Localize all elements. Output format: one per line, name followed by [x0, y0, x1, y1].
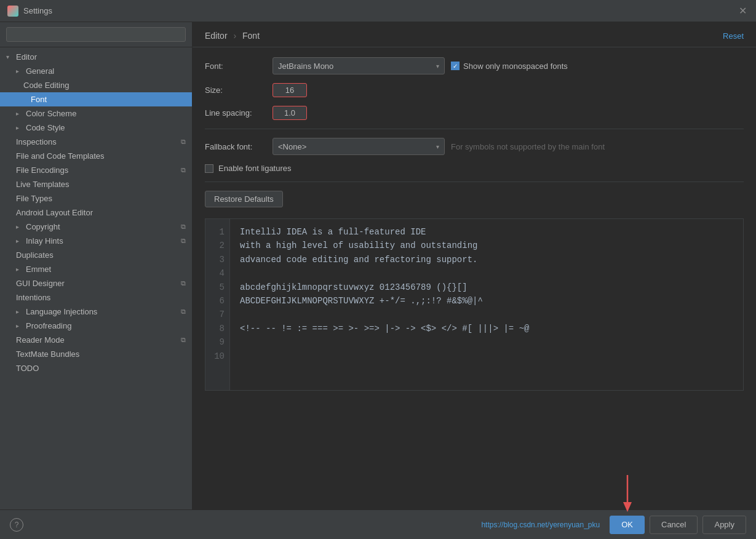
- restore-defaults-button[interactable]: Restore Defaults: [205, 191, 283, 207]
- sidebar-item-editor[interactable]: ▾ Editor: [0, 50, 192, 64]
- sidebar-item-code-style[interactable]: ▸ Code Style: [0, 121, 192, 135]
- size-input[interactable]: 16: [273, 83, 307, 97]
- line-number: 5: [210, 281, 225, 294]
- fallback-font-controls: <None> ▾ For symbols not supported by th…: [273, 138, 605, 155]
- sidebar: ▾ Editor ▸ General Code Editing Font ▸ C…: [0, 22, 193, 509]
- title-bar: Settings ✕: [0, 0, 756, 22]
- sidebar-item-label: GUI Designer: [16, 279, 65, 288]
- sidebar-item-label: Proofreading: [26, 321, 71, 330]
- sidebar-item-font[interactable]: Font: [0, 92, 192, 106]
- sidebar-item-label: Android Layout Editor: [16, 208, 93, 217]
- ok-button[interactable]: OK: [610, 516, 645, 534]
- font-dropdown[interactable]: JetBrains Mono ▾: [273, 57, 445, 74]
- divider: [205, 129, 744, 129]
- preview-code: IntelliJ IDEA is a full-featured IDE wit…: [230, 219, 743, 390]
- line-number: 4: [210, 266, 225, 280]
- line-spacing-label: Line spacing:: [205, 108, 273, 118]
- fallback-font-label: Fallback font:: [205, 142, 273, 151]
- sidebar-item-label: Intentions: [16, 293, 50, 302]
- size-label: Size:: [205, 86, 273, 95]
- url-hint: https://blog.csdn.net/yerenyuan_pku: [481, 521, 600, 529]
- sidebar-item-proofreading[interactable]: ▸ Proofreading: [0, 319, 192, 333]
- fallback-font-dropdown[interactable]: <None> ▾: [273, 138, 445, 155]
- copy-icon: ⧉: [181, 336, 186, 344]
- sidebar-item-intentions[interactable]: Intentions: [0, 290, 192, 305]
- sidebar-item-label: Inlay Hints: [26, 236, 63, 246]
- monospaced-checkbox-group: Show only monospaced fonts: [451, 62, 568, 71]
- sidebar-item-reader-mode[interactable]: Reader Mode ⧉: [0, 333, 192, 347]
- cancel-button[interactable]: Cancel: [650, 516, 698, 534]
- line-number: 7: [210, 308, 225, 321]
- sidebar-item-duplicates[interactable]: Duplicates: [0, 248, 192, 262]
- chevron-down-icon: ▾: [436, 63, 439, 70]
- window-title: Settings: [23, 6, 52, 15]
- sidebar-item-label: Reader Mode: [16, 335, 65, 345]
- sidebar-item-emmet[interactable]: ▸ Emmet: [0, 262, 192, 276]
- arrow-icon: ▸: [16, 110, 23, 117]
- monospaced-label: Show only monospaced fonts: [463, 62, 568, 71]
- copy-icon: ⧉: [181, 308, 186, 316]
- arrow-icon: ▸: [16, 322, 23, 329]
- content-header: Editor › Font Reset: [193, 22, 756, 47]
- search-input[interactable]: [6, 27, 186, 42]
- monospaced-checkbox[interactable]: [451, 62, 460, 70]
- sidebar-item-label: Color Scheme: [26, 109, 76, 118]
- sidebar-item-label: Language Injections: [26, 307, 97, 316]
- svg-marker-1: [623, 502, 632, 512]
- ok-button-container: OK: [610, 516, 645, 534]
- close-button[interactable]: ✕: [736, 5, 749, 17]
- sidebar-item-todo[interactable]: TODO: [0, 361, 192, 375]
- copy-icon: ⧉: [181, 237, 186, 245]
- fallback-font-value: <None>: [278, 142, 306, 151]
- help-button[interactable]: ?: [10, 518, 23, 532]
- ligatures-checkbox[interactable]: [205, 164, 213, 173]
- sidebar-tree: ▾ Editor ▸ General Code Editing Font ▸ C…: [0, 47, 192, 509]
- chevron-down-icon: ▾: [436, 143, 439, 150]
- sidebar-item-label: TextMate Bundles: [16, 349, 79, 359]
- content-body: Font: JetBrains Mono ▾ Show only monospa…: [193, 47, 756, 509]
- line-number: 8: [210, 322, 225, 335]
- sidebar-item-general[interactable]: ▸ General: [0, 64, 192, 78]
- sidebar-item-label: File and Code Templates: [16, 151, 105, 161]
- sidebar-item-code-editing[interactable]: Code Editing: [0, 78, 192, 92]
- main-layout: ▾ Editor ▸ General Code Editing Font ▸ C…: [0, 22, 756, 509]
- line-number: 10: [210, 349, 225, 363]
- sidebar-item-label: General: [26, 66, 54, 76]
- sidebar-item-live-templates[interactable]: Live Templates: [0, 177, 192, 191]
- line-number: 6: [210, 294, 225, 308]
- sidebar-item-color-scheme[interactable]: ▸ Color Scheme: [0, 106, 192, 121]
- sidebar-search-container: [0, 22, 192, 47]
- arrow-icon: ▸: [16, 124, 23, 131]
- sidebar-item-android-layout-editor[interactable]: Android Layout Editor: [0, 206, 192, 220]
- apply-button[interactable]: Apply: [702, 516, 746, 534]
- arrow-icon: ▸: [16, 308, 23, 315]
- breadcrumb-current: Font: [242, 31, 260, 41]
- sidebar-item-label: Editor: [16, 52, 37, 62]
- font-dropdown-value: JetBrains Mono: [278, 62, 333, 71]
- reset-button[interactable]: Reset: [723, 31, 744, 41]
- sidebar-item-textmate-bundles[interactable]: TextMate Bundles: [0, 347, 192, 361]
- sidebar-item-label: Code Editing: [23, 81, 69, 90]
- copy-icon: ⧉: [181, 223, 186, 231]
- sidebar-item-file-encodings[interactable]: File Encodings ⧉: [0, 163, 192, 177]
- sidebar-item-inspections[interactable]: Inspections ⧉: [0, 135, 192, 149]
- bottom-bar: ? https://blog.csdn.net/yerenyuan_pku OK…: [0, 509, 756, 539]
- red-arrow-annotation: [620, 475, 635, 512]
- arrow-icon: ▸: [16, 223, 23, 230]
- breadcrumb-parent: Editor: [205, 31, 228, 41]
- sidebar-item-file-code-templates[interactable]: File and Code Templates: [0, 149, 192, 163]
- sidebar-item-label: Duplicates: [16, 250, 54, 260]
- sidebar-item-copyright[interactable]: ▸ Copyright ⧉: [0, 220, 192, 234]
- sidebar-item-file-types[interactable]: File Types: [0, 191, 192, 206]
- divider2: [205, 182, 744, 182]
- sidebar-item-label: TODO: [16, 364, 39, 373]
- fallback-font-row: Fallback font: <None> ▾ For symbols not …: [205, 138, 744, 155]
- sidebar-item-inlay-hints[interactable]: ▸ Inlay Hints ⧉: [0, 234, 192, 248]
- sidebar-item-gui-designer[interactable]: GUI Designer ⧉: [0, 276, 192, 290]
- sidebar-item-language-injections[interactable]: ▸ Language Injections ⧉: [0, 305, 192, 319]
- line-spacing-input[interactable]: 1.0: [273, 106, 307, 120]
- sidebar-item-label: Live Templates: [16, 180, 69, 189]
- app-icon: [7, 6, 18, 17]
- copy-icon: ⧉: [181, 279, 186, 287]
- ligatures-row: Enable font ligatures: [205, 164, 744, 173]
